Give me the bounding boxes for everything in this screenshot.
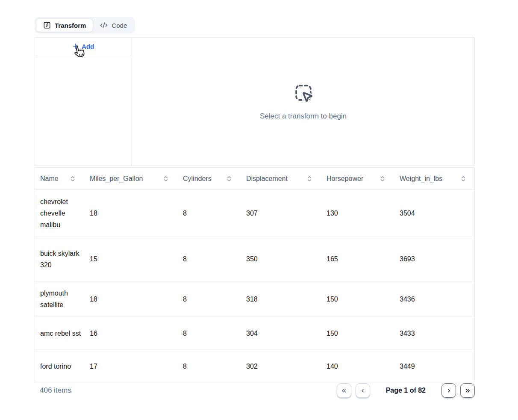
sort-chevrons-icon bbox=[70, 176, 75, 182]
chevron-right-icon bbox=[446, 387, 452, 394]
sort-chevrons-icon bbox=[163, 176, 168, 182]
transform-list-empty-area bbox=[35, 55, 132, 166]
cell-miles-per-gallon: 18 bbox=[85, 201, 178, 225]
cell-miles-per-gallon: 17 bbox=[85, 355, 178, 378]
dashed-square-mouse-pointer-icon bbox=[294, 83, 313, 103]
previous-page-button[interactable] bbox=[356, 383, 370, 398]
cell-name: ford torino bbox=[35, 355, 85, 378]
tab-code-label: Code bbox=[112, 22, 127, 29]
view-mode-tabbar: Transform Code bbox=[35, 17, 135, 33]
table-row: chevrolet chevelle malibu 18 8 307 130 3… bbox=[35, 190, 474, 237]
items-count: 406 items bbox=[40, 386, 71, 395]
chevrons-right-icon bbox=[465, 387, 471, 394]
pagination: Page 1 of 82 bbox=[337, 383, 475, 398]
cell-cylinders: 8 bbox=[178, 322, 241, 345]
cell-weight-in-lbs: 3449 bbox=[394, 355, 475, 378]
cell-weight-in-lbs: 3433 bbox=[394, 322, 475, 345]
table-footer: 406 items Page 1 of 82 bbox=[35, 382, 475, 399]
plus-icon bbox=[73, 43, 79, 49]
cell-horsepower: 140 bbox=[321, 355, 394, 378]
cell-displacement: 302 bbox=[241, 355, 321, 378]
column-header-name[interactable]: Name bbox=[35, 175, 85, 183]
cell-miles-per-gallon: 18 bbox=[85, 287, 178, 311]
column-header-label: Horsepower bbox=[327, 175, 363, 183]
sort-chevrons-icon bbox=[227, 176, 232, 182]
column-header-weight-in-lbs[interactable]: Weight_in_lbs bbox=[394, 175, 475, 183]
column-header-label: Weight_in_lbs bbox=[400, 175, 442, 183]
table-row: plymouth satellite 18 8 318 150 3436 bbox=[35, 281, 474, 317]
page-status: Page 1 of 82 bbox=[386, 387, 426, 394]
column-header-displacement[interactable]: Displacement bbox=[241, 175, 321, 183]
table-row: buick skylark 320 15 8 350 165 3693 bbox=[35, 237, 474, 281]
cell-weight-in-lbs: 3436 bbox=[394, 287, 475, 311]
sort-chevrons-icon bbox=[461, 176, 466, 182]
cell-cylinders: 8 bbox=[178, 201, 241, 225]
cell-weight-in-lbs: 3504 bbox=[394, 201, 475, 225]
cell-name: buick skylark 320 bbox=[35, 242, 85, 277]
cell-horsepower: 130 bbox=[321, 201, 394, 225]
chevrons-left-icon bbox=[341, 387, 347, 394]
cell-weight-in-lbs: 3693 bbox=[394, 247, 475, 271]
cell-cylinders: 8 bbox=[178, 287, 241, 311]
column-header-miles-per-gallon[interactable]: Miles_per_Gallon bbox=[85, 175, 178, 183]
cell-name: chevrolet chevelle malibu bbox=[35, 190, 85, 237]
cell-displacement: 318 bbox=[241, 287, 321, 311]
transform-list-panel: Add bbox=[35, 38, 132, 166]
cell-horsepower: 165 bbox=[321, 247, 394, 271]
sort-chevrons-icon bbox=[307, 176, 312, 182]
cell-displacement: 350 bbox=[241, 247, 321, 271]
add-transform-button[interactable]: Add bbox=[73, 43, 94, 50]
tab-code[interactable]: Code bbox=[93, 18, 134, 32]
cell-miles-per-gallon: 15 bbox=[85, 247, 178, 271]
last-page-button[interactable] bbox=[460, 383, 475, 398]
sort-chevrons-icon bbox=[380, 176, 385, 182]
cell-displacement: 304 bbox=[241, 322, 321, 345]
cell-cylinders: 8 bbox=[178, 355, 241, 378]
table-header-row: Name Miles_per_Gallon Cylinders Displace… bbox=[35, 168, 474, 190]
cell-displacement: 307 bbox=[241, 201, 321, 225]
app-window: Transform Code Add bbox=[0, 0, 518, 420]
column-header-label: Miles_per_Gallon bbox=[90, 175, 143, 183]
add-transform-row: Add bbox=[35, 38, 132, 55]
data-table: Name Miles_per_Gallon Cylinders Displace… bbox=[35, 167, 475, 383]
cell-name: plymouth satellite bbox=[35, 281, 85, 316]
empty-state-text: Select a transform to begin bbox=[260, 112, 347, 121]
chevron-left-icon bbox=[359, 387, 366, 394]
code-xml-icon bbox=[100, 21, 108, 29]
column-header-label: Name bbox=[40, 175, 59, 183]
cell-miles-per-gallon: 16 bbox=[85, 322, 178, 345]
add-transform-label: Add bbox=[82, 43, 94, 50]
transform-builder: Add Select a transform to begin bbox=[35, 37, 475, 166]
cell-cylinders: 8 bbox=[178, 247, 241, 271]
table-row: amc rebel sst 16 8 304 150 3433 bbox=[35, 317, 474, 350]
column-header-cylinders[interactable]: Cylinders bbox=[178, 175, 241, 183]
column-header-label: Displacement bbox=[246, 175, 288, 183]
column-header-horsepower[interactable]: Horsepower bbox=[321, 175, 394, 183]
transform-detail-panel: Select a transform to begin bbox=[132, 38, 474, 166]
cell-horsepower: 150 bbox=[321, 287, 394, 311]
first-page-button[interactable] bbox=[337, 383, 351, 398]
column-header-label: Cylinders bbox=[183, 175, 212, 183]
next-page-button[interactable] bbox=[441, 383, 456, 398]
tab-transform[interactable]: Transform bbox=[36, 18, 93, 32]
table-row: ford torino 17 8 302 140 3449 bbox=[35, 350, 474, 383]
function-square-icon bbox=[43, 21, 51, 29]
cell-horsepower: 150 bbox=[321, 322, 394, 345]
cell-name: amc rebel sst bbox=[35, 322, 85, 345]
tab-transform-label: Transform bbox=[55, 22, 86, 29]
